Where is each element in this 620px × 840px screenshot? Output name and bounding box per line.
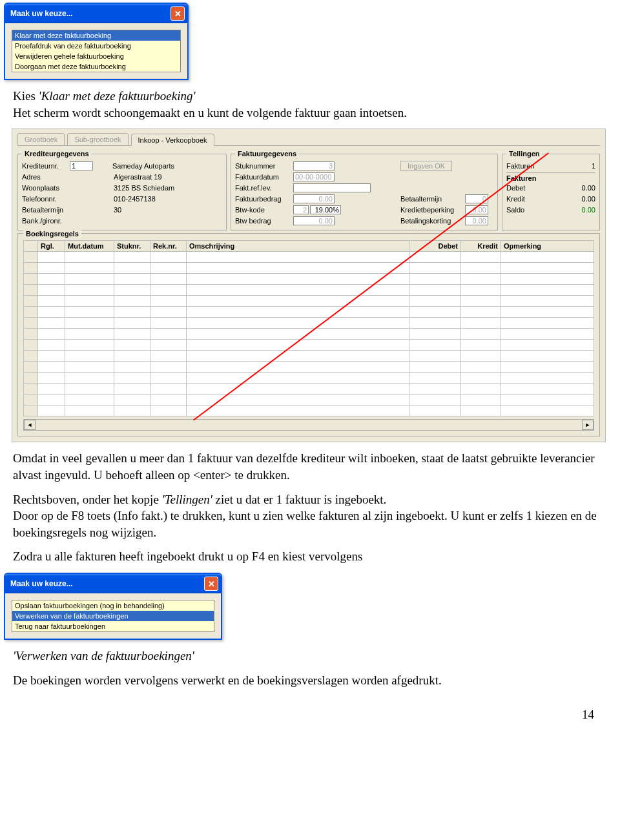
value-woonplaats: 3125 BS Schiedam — [114, 184, 174, 192]
faktuurbedrag-input[interactable] — [293, 194, 335, 203]
tellingen-fieldset: Tellingen Fakturen 1 Fakturen Debet 0.00… — [502, 150, 600, 230]
table-header: Stuknr. — [114, 241, 150, 252]
list-item[interactable]: Verwerken van de faktuurboekingen — [12, 611, 214, 621]
label-betaaltermijn: Betaaltermijn — [22, 206, 70, 214]
fg-betaaltermijn-input[interactable] — [465, 194, 488, 203]
paragraph: 'Verwerken van de faktuurboekingen' — [13, 648, 607, 664]
table-row[interactable] — [24, 252, 594, 263]
boekings-fieldset: Boekingsregels Rgl.Mut.datumStuknr.Rek.n… — [17, 233, 600, 436]
list-item[interactable]: Opslaan faktuurboekingen (nog in behande… — [12, 600, 214, 611]
table-row[interactable] — [24, 285, 594, 296]
krediteur-naam: Sameday Autoparts — [112, 162, 174, 170]
btwbedrag-input[interactable] — [293, 216, 335, 225]
value-kredit: 0.00 — [582, 195, 595, 203]
scroll-right-icon[interactable]: ► — [582, 420, 594, 430]
scrollbar[interactable]: ◄ ► — [23, 419, 594, 431]
label-faktreflev: Fakt.ref.lev. — [235, 184, 293, 192]
krediteur-fieldset: Krediteurgegevens Krediteurnr. Sameday A… — [17, 150, 227, 230]
table-header: Omschrijving — [187, 241, 409, 252]
tellingen-legend: Tellingen — [506, 150, 542, 158]
paragraph: Rechtsboven, onder het kopje 'Tellingen'… — [13, 491, 607, 541]
choice-listbox-2[interactable]: Opslaan faktuurboekingen (nog in behande… — [12, 600, 214, 632]
table-header: Rgl. — [38, 241, 65, 252]
btwpct-input[interactable] — [310, 205, 341, 214]
label-stuknummer: Stuknummer — [235, 162, 293, 170]
table-header: Kredit — [461, 241, 501, 252]
paragraph: Kies 'Klaar met deze faktuurboeking' Het… — [13, 88, 607, 121]
label-bank: Bank./gironr. — [22, 217, 70, 225]
faktuur-fieldset: Faktuurgegevens Stuknummer Faktuurdatum … — [231, 150, 498, 230]
list-item[interactable]: Doorgaan met deze faktuurboeking — [12, 61, 180, 72]
table-row[interactable] — [24, 340, 594, 351]
value-debet: 0.00 — [582, 184, 595, 192]
label-kredietbeperking: Kredietbeperking — [400, 206, 465, 214]
table-header: Debet — [409, 241, 461, 252]
list-item[interactable]: Klaar met deze faktuurboeking — [12, 30, 180, 41]
label-debet: Debet — [506, 184, 535, 192]
erp-panel: GrootboekSub-grootboekInkoop - Verkoopbo… — [12, 128, 606, 442]
dialog-title: Maak uw keuze... — [10, 9, 73, 18]
boekings-legend: Boekingsregels — [23, 230, 81, 238]
choice-dialog-2: Maak uw keuze... ✕ Opslaan faktuurboekin… — [4, 573, 222, 640]
table-header: Rek.nr. — [150, 241, 187, 252]
tab[interactable]: Inkoop - Verkoopboek — [131, 134, 214, 146]
label-krediteurnr: Krediteurnr. — [22, 162, 70, 170]
label-btwkode: Btw-kode — [235, 206, 293, 214]
table-row[interactable] — [24, 263, 594, 274]
betalingskorting-input[interactable] — [465, 216, 488, 225]
table-header: Mut.datum — [65, 241, 114, 252]
ingaven-ok-button[interactable]: Ingaven OK — [400, 161, 452, 171]
value-telefoon: 010-2457138 — [114, 195, 156, 203]
table-header: Opmerking — [501, 241, 594, 252]
label-woonplaats: Woonplaats — [22, 184, 70, 192]
value-adres: Algerastraat 19 — [114, 173, 162, 181]
paragraph: Omdat in veel gevallen u meer dan 1 fakt… — [13, 450, 607, 483]
paragraph: De boekingen worden vervolgens verwerkt … — [13, 672, 607, 689]
krediteur-legend: Krediteurgegevens — [22, 150, 92, 158]
btwkode-input[interactable] — [293, 205, 309, 214]
list-item[interactable]: Verwijderen gehele faktuurboeking — [12, 51, 180, 61]
stuknummer-input[interactable] — [293, 161, 335, 170]
value-saldo: 0.00 — [582, 206, 595, 214]
label-btwbedrag: Btw bedrag — [235, 217, 293, 225]
list-item[interactable]: Proefafdruk van deze faktuurboeking — [12, 41, 180, 51]
table-row[interactable] — [24, 351, 594, 362]
table-row[interactable] — [24, 318, 594, 329]
label-faktuurbedrag: Faktuurbedrag — [235, 195, 293, 203]
label-telefoon: Telefoonnr. — [22, 195, 70, 203]
table-row[interactable] — [24, 296, 594, 307]
table-row[interactable] — [24, 394, 594, 405]
tab[interactable]: Sub-grootboek — [67, 133, 128, 145]
table-row[interactable] — [24, 405, 594, 416]
paragraph: Zodra u alle fakturen heeft ingeboekt dr… — [13, 548, 607, 565]
table-row[interactable] — [24, 307, 594, 318]
table-row[interactable] — [24, 274, 594, 285]
value-betaaltermijn: 30 — [114, 206, 121, 214]
faktuur-legend: Faktuurgegevens — [235, 150, 299, 158]
label-kredit: Kredit — [506, 195, 535, 203]
value-fakturen: 1 — [592, 162, 595, 170]
label-adres: Adres — [22, 173, 70, 181]
page-number: 14 — [0, 708, 594, 722]
faktreflev-input[interactable] — [293, 183, 371, 192]
scroll-left-icon[interactable]: ◄ — [24, 420, 36, 430]
list-item[interactable]: Terug naar faktuurboekingen — [12, 621, 214, 631]
label-faktuurdatum: Faktuurdatum — [235, 173, 293, 181]
label-fg-betaaltermijn: Betaaltermijn — [400, 195, 465, 203]
tabs: GrootboekSub-grootboekInkoop - Verkoopbo… — [12, 129, 605, 145]
boekings-table: Rgl.Mut.datumStuknr.Rek.nr.OmschrijvingD… — [23, 240, 594, 416]
close-icon[interactable]: ✕ — [170, 6, 185, 21]
close-icon[interactable]: ✕ — [204, 577, 218, 591]
dialog-titlebar[interactable]: Maak uw keuze... ✕ — [5, 574, 221, 593]
label-saldo: Saldo — [506, 206, 535, 214]
dialog-title: Maak uw keuze... — [10, 579, 73, 588]
choice-listbox-1[interactable]: Klaar met deze faktuurboekingProefafdruk… — [12, 30, 181, 72]
table-row[interactable] — [24, 384, 594, 394]
faktuurdatum-input[interactable] — [293, 172, 335, 181]
krediteurnr-input[interactable] — [70, 161, 93, 170]
table-row[interactable] — [24, 362, 594, 373]
table-row[interactable] — [24, 373, 594, 384]
tab[interactable]: Grootboek — [17, 133, 65, 145]
dialog-titlebar[interactable]: Maak uw keuze... ✕ — [5, 4, 187, 23]
choice-dialog-1: Maak uw keuze... ✕ Klaar met deze faktuu… — [4, 3, 189, 80]
